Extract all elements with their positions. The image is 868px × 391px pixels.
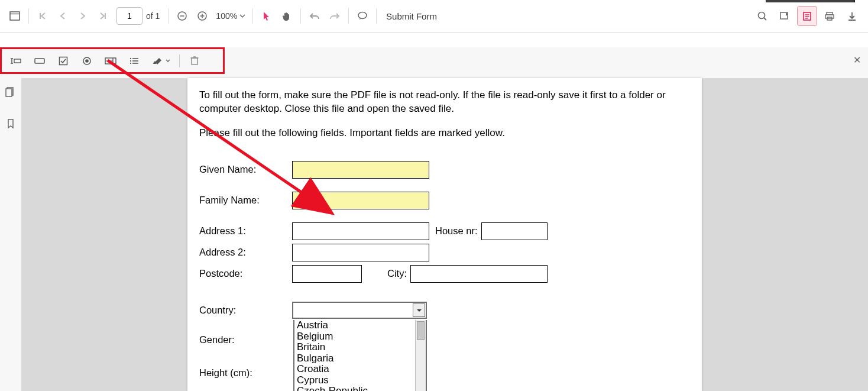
instruction-1: To fill out the form, make sure the PDF … — [199, 89, 690, 116]
svg-line-9 — [764, 18, 766, 20]
form-fields-toolbar — [0, 47, 225, 74]
bookmarks-icon[interactable] — [1, 114, 21, 134]
download-icon[interactable] — [842, 6, 862, 26]
country-option[interactable]: Bulgaria — [294, 353, 426, 364]
radio-tool-icon[interactable] — [75, 51, 99, 71]
label-gender: Gender: — [199, 334, 292, 345]
input-address1[interactable] — [292, 222, 429, 240]
country-option[interactable]: Austria — [294, 320, 426, 331]
tooltip: Add and Edit Form Fields — [766, 0, 855, 2]
signature-tool-icon[interactable] — [146, 51, 176, 71]
label-house-nr: House nr: — [435, 225, 478, 237]
last-page-icon[interactable] — [93, 6, 113, 26]
next-page-icon[interactable] — [73, 6, 93, 26]
svg-rect-24 — [35, 59, 44, 63]
redo-icon[interactable] — [325, 6, 345, 26]
checkbox-tool-icon[interactable] — [51, 51, 75, 71]
input-given-name[interactable] — [292, 161, 429, 179]
chevron-down-icon[interactable] — [413, 303, 425, 317]
search-icon[interactable] — [752, 6, 772, 26]
combobox-tool-icon[interactable] — [99, 51, 122, 71]
svg-rect-0 — [10, 12, 20, 20]
undo-icon[interactable] — [305, 6, 325, 26]
country-combobox[interactable]: AustriaBelgiumBritainBulgariaCroatiaCypr… — [292, 302, 427, 319]
text-field-tool-icon[interactable] — [4, 51, 28, 71]
label-height: Height (cm): — [199, 367, 292, 379]
input-address2[interactable] — [292, 244, 429, 261]
comment-icon[interactable] — [352, 6, 373, 26]
svg-point-7 — [358, 12, 367, 19]
svg-rect-16 — [825, 15, 834, 18]
svg-rect-23 — [14, 59, 21, 63]
svg-rect-25 — [60, 57, 67, 64]
svg-rect-37 — [192, 58, 197, 64]
label-family-name: Family Name: — [199, 195, 292, 206]
svg-rect-19 — [6, 89, 12, 96]
input-house-nr[interactable] — [481, 222, 548, 240]
form-fields-icon[interactable] — [797, 6, 817, 26]
label-country: Country: — [199, 305, 292, 316]
select-tool-icon[interactable] — [257, 6, 277, 26]
label-given-name: Given Name: — [199, 164, 292, 175]
annotate-icon[interactable] — [775, 6, 795, 26]
print-icon[interactable] — [820, 6, 840, 26]
first-page-icon[interactable] — [33, 6, 53, 26]
prev-page-icon[interactable] — [53, 6, 73, 26]
input-city[interactable] — [410, 265, 548, 283]
page-total-label: of 1 — [146, 11, 160, 21]
button-tool-icon[interactable] — [28, 51, 51, 71]
document-viewport[interactable]: To fill out the form, make sure the PDF … — [21, 78, 868, 391]
submit-form-button[interactable]: Submit Form — [386, 11, 437, 21]
label-city: City: — [365, 268, 407, 279]
label-address1: Address 1: — [199, 225, 292, 237]
close-icon[interactable]: ✕ — [853, 54, 861, 66]
input-family-name[interactable] — [292, 192, 429, 209]
page-number-input[interactable] — [116, 7, 142, 25]
zoom-level-dropdown[interactable]: 100% — [212, 11, 249, 21]
svg-point-27 — [85, 59, 89, 63]
body-area: ✕ To fill out the form, make sure the PD… — [0, 47, 868, 391]
zoom-in-icon[interactable] — [192, 6, 212, 26]
pdf-page: To fill out the form, make sure the PDF … — [187, 78, 702, 391]
input-postcode[interactable] — [292, 265, 362, 283]
instruction-2: Please fill out the following fields. Im… — [199, 127, 690, 140]
country-option[interactable]: Czech-Republic — [294, 386, 426, 391]
delete-tool-icon[interactable] — [183, 51, 206, 71]
main-toolbar: of 1 100% Submit Form Add and Edit Form … — [0, 0, 868, 33]
listbox-tool-icon[interactable] — [122, 51, 146, 71]
sidebar-toggle-icon[interactable] — [5, 6, 25, 26]
thumbnails-icon[interactable] — [1, 82, 21, 102]
hand-tool-icon[interactable] — [277, 6, 297, 26]
label-postcode: Postcode: — [199, 268, 292, 279]
zoom-out-icon[interactable] — [172, 6, 192, 26]
label-address2: Address 2: — [199, 247, 292, 258]
svg-point-8 — [758, 12, 765, 18]
